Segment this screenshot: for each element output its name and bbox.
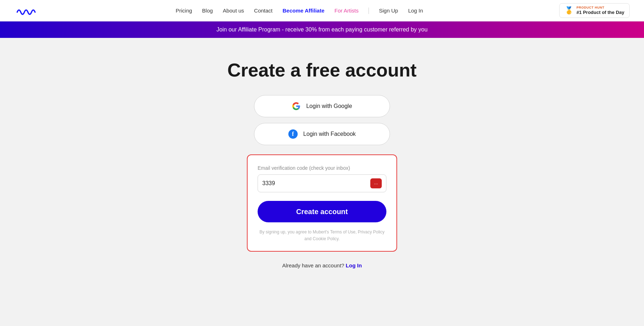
create-account-button[interactable]: Create account (258, 201, 386, 222)
already-account-label: Already have an account? (282, 262, 344, 268)
google-login-label: Login with Google (306, 103, 352, 109)
ph-text: PRODUCT HUNT #1 Product of the Day (576, 6, 624, 15)
ph-rank: #1 Product of the Day (576, 10, 624, 15)
medal-icon: 🥇 (565, 6, 574, 15)
nav-divider (369, 8, 369, 14)
email-input-row: ··· (258, 174, 386, 192)
product-hunt-badge[interactable]: 🥇 PRODUCT HUNT #1 Product of the Day (559, 3, 630, 18)
facebook-icon: f (288, 129, 298, 139)
ph-label: PRODUCT HUNT (576, 6, 624, 10)
email-icon-button[interactable]: ··· (370, 178, 382, 188)
affiliate-banner[interactable]: Join our Affiliate Program - receive 30%… (0, 21, 644, 38)
logo[interactable] (14, 4, 39, 17)
terms-text: By signing up, you agree to Mubert's Ter… (258, 229, 386, 242)
banner-text: Join our Affiliate Program - receive 30%… (216, 26, 428, 33)
google-icon (292, 102, 301, 110)
email-card: Email verification code (check your inbo… (247, 154, 397, 252)
verification-code-input[interactable] (262, 180, 370, 187)
nav-login[interactable]: Log In (408, 8, 423, 14)
nav-affiliate[interactable]: Become Affiliate (283, 8, 325, 14)
page-title: Create a free account (228, 59, 417, 81)
navbar: Pricing Blog About us Contact Become Aff… (0, 0, 644, 21)
nav-contact[interactable]: Contact (254, 8, 273, 14)
already-account-text: Already have an account? Log In (282, 262, 362, 268)
nav-signup[interactable]: Sign Up (379, 8, 398, 14)
nav-links: Pricing Blog About us Contact Become Aff… (176, 8, 423, 14)
nav-pricing[interactable]: Pricing (176, 8, 192, 14)
nav-artists[interactable]: For Artists (335, 8, 359, 14)
facebook-login-label: Login with Facebook (303, 131, 356, 137)
email-label: Email verification code (check your inbo… (258, 165, 386, 171)
main-content: Create a free account Login with Google … (0, 38, 644, 290)
facebook-login-button[interactable]: f Login with Facebook (254, 123, 390, 145)
nav-blog[interactable]: Blog (202, 8, 213, 14)
google-login-button[interactable]: Login with Google (254, 95, 390, 117)
dots-icon: ··· (374, 181, 378, 186)
nav-about[interactable]: About us (223, 8, 244, 14)
login-link[interactable]: Log In (346, 262, 362, 268)
